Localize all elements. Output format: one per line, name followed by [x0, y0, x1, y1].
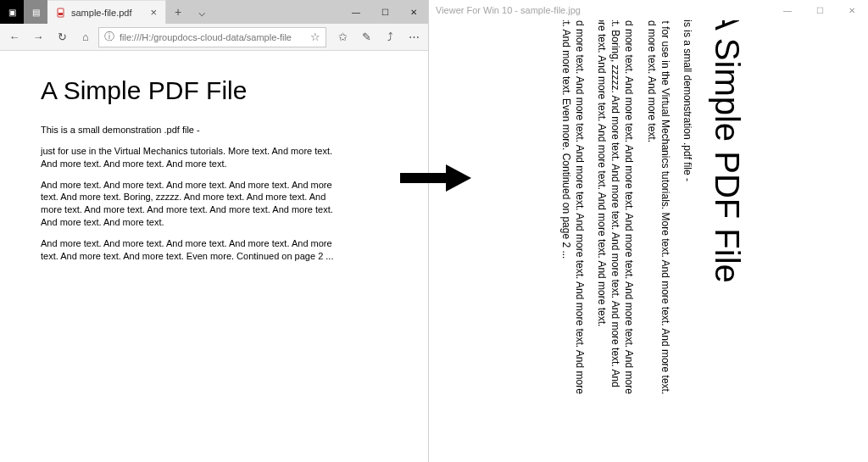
- favorite-star-icon[interactable]: ☆: [310, 31, 320, 43]
- site-info-icon[interactable]: ⓘ: [104, 30, 114, 44]
- close-button[interactable]: ✕: [399, 0, 428, 24]
- doc-paragraph: And more text. And more text. And more t…: [41, 179, 346, 229]
- doc-body: This is a small demonstration .pdf file …: [559, 20, 695, 398]
- pdf-file-icon: [56, 8, 66, 18]
- doc-title: A Simple PDF File: [41, 76, 403, 105]
- doc-paragraph: This is a small demonstration .pdf file …: [41, 124, 346, 136]
- forward-button[interactable]: →: [27, 26, 49, 48]
- viewer-title: Viewer For Win 10 - sample-file.jpg: [436, 5, 581, 15]
- minimize-button[interactable]: —: [342, 0, 370, 24]
- taskbar-overflow-icon[interactable]: ▤: [24, 0, 47, 24]
- reading-list-icon[interactable]: ✎: [355, 26, 377, 48]
- minimize-button[interactable]: —: [771, 0, 804, 20]
- browser-window: ▣ ▤ sample-file.pdf × + ⌵ — ☐ ✕ ← → ↻ ⌂ …: [0, 0, 429, 462]
- doc-paragraph: just for use in the Virtual Mechanics tu…: [41, 145, 346, 170]
- share-icon[interactable]: ⤴: [379, 26, 401, 48]
- maximize-button[interactable]: ☐: [370, 0, 399, 24]
- doc-title: A Simple PDF File: [708, 20, 746, 398]
- tab-dropdown-icon[interactable]: ⌵: [190, 0, 214, 24]
- maximize-button[interactable]: ☐: [804, 0, 836, 20]
- doc-body: This is a small demonstration .pdf file …: [41, 124, 346, 263]
- close-button[interactable]: ✕: [836, 0, 868, 20]
- doc-paragraph: And more text. And more text. And more t…: [595, 20, 637, 398]
- home-button[interactable]: ⌂: [75, 26, 97, 48]
- doc-paragraph: And more text. And more text. And more t…: [559, 20, 587, 398]
- address-bar: ← → ↻ ⌂ ⓘ file:///H:/groupdocs-cloud-dat…: [0, 24, 428, 51]
- more-icon[interactable]: ⋯: [403, 26, 425, 48]
- image-viewer-window: Viewer For Win 10 - sample-file.jpg — ☐ …: [429, 0, 868, 462]
- url-input[interactable]: ⓘ file:///H:/groupdocs-cloud-data/sample…: [98, 27, 326, 47]
- viewer-titlebar: Viewer For Win 10 - sample-file.jpg — ☐ …: [429, 0, 868, 20]
- task-view-icon[interactable]: ▣: [0, 0, 24, 24]
- tab-title: sample-file.pdf: [71, 8, 132, 18]
- svg-rect-1: [58, 13, 63, 15]
- favorites-icon[interactable]: ✩: [331, 26, 353, 48]
- url-text: file:///H:/groupdocs-cloud-data/sample-f…: [120, 32, 292, 42]
- pdf-viewport[interactable]: A Simple PDF File This is a small demons…: [0, 51, 428, 462]
- close-icon[interactable]: ×: [150, 6, 157, 19]
- arrow-icon: [398, 163, 473, 193]
- doc-paragraph: And more text. And more text. And more t…: [41, 237, 346, 263]
- image-viewport[interactable]: A Simple PDF File This is a small demons…: [429, 20, 868, 462]
- new-tab-button[interactable]: +: [166, 0, 190, 24]
- doc-paragraph: just for use in the Virtual Mechanics tu…: [645, 20, 672, 398]
- tab-strip: ▣ ▤ sample-file.pdf × + ⌵ — ☐ ✕: [0, 0, 428, 24]
- back-button[interactable]: ←: [3, 26, 25, 48]
- browser-tab[interactable]: sample-file.pdf ×: [47, 0, 166, 24]
- doc-paragraph: This is a small demonstration .pdf file …: [681, 20, 694, 398]
- refresh-button[interactable]: ↻: [51, 26, 73, 48]
- rotated-document: A Simple PDF File This is a small demons…: [551, 20, 747, 398]
